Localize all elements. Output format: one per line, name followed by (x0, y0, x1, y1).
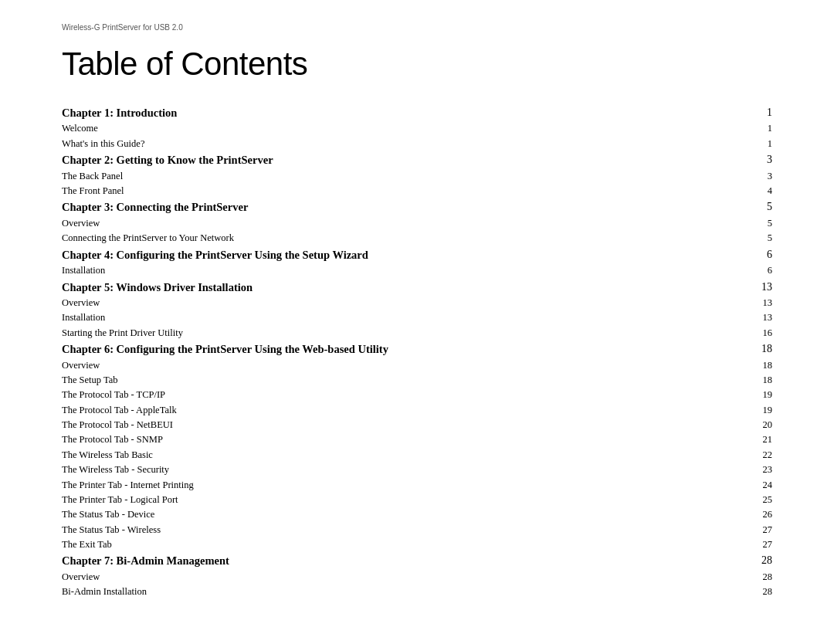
chapter-page-num: 3 (734, 151, 772, 168)
subsection-row: The Exit Tab27 (62, 537, 772, 552)
subsection-label: The Wireless Tab Basic (62, 448, 734, 463)
subsection-label: Overview (62, 216, 734, 231)
subsection-label: Overview (62, 358, 734, 373)
subsection-label: The Exit Tab (62, 537, 734, 552)
subsection-page-num: 1 (734, 121, 772, 136)
chapter-label: Chapter 7: Bi-Admin Management (62, 552, 734, 569)
toc-table: Chapter 1: Introduction1Welcome1What's i… (62, 104, 772, 600)
chapter-row: Chapter 7: Bi-Admin Management28 (62, 552, 772, 569)
chapter-row: Chapter 5: Windows Driver Installation13 (62, 279, 772, 296)
subsection-row: The Front Panel4 (62, 184, 772, 198)
page-title: Table of Contents (62, 46, 772, 83)
subsection-row: Bi-Admin Installation28 (62, 585, 772, 599)
subsection-row: What's in this Guide?1 (62, 137, 772, 151)
subsection-label: The Protocol Tab - AppleTalk (62, 403, 734, 418)
chapter-row: Chapter 2: Getting to Know the PrintServ… (62, 151, 772, 168)
subsection-label: Overview (62, 296, 734, 310)
subsection-page-num: 1 (734, 137, 772, 151)
subsection-row: Overview5 (62, 216, 772, 231)
subsection-label: The Wireless Tab - Security (62, 463, 734, 477)
subsection-row: Welcome1 (62, 121, 772, 136)
subsection-page-num: 22 (734, 448, 772, 463)
subsection-label: Starting the Print Driver Utility (62, 326, 734, 341)
chapter-page-num: 18 (734, 341, 772, 358)
subsection-label: What's in this Guide? (62, 137, 734, 151)
subsection-label: Overview (62, 570, 734, 585)
chapter-page-num: 28 (734, 552, 772, 569)
page: Wireless-G PrintServer for USB 2.0 Table… (0, 0, 834, 644)
subsection-label: The Protocol Tab - SNMP (62, 432, 734, 447)
subsection-label: Connecting the PrintServer to Your Netwo… (62, 231, 734, 246)
subsection-page-num: 5 (734, 216, 772, 231)
subsection-page-num: 28 (734, 585, 772, 599)
subsection-page-num: 27 (734, 537, 772, 552)
subsection-page-num: 20 (734, 418, 772, 432)
subsection-page-num: 4 (734, 184, 772, 198)
subsection-row: The Wireless Tab Basic22 (62, 448, 772, 463)
subsection-page-num: 5 (734, 231, 772, 246)
subsection-row: The Printer Tab - Internet Printing24 (62, 478, 772, 493)
subsection-row: The Status Tab - Wireless27 (62, 523, 772, 537)
subsection-row: Overview18 (62, 358, 772, 373)
chapter-page-num: 13 (734, 279, 772, 296)
subsection-page-num: 13 (734, 310, 772, 325)
subsection-row: The Setup Tab18 (62, 373, 772, 388)
subsection-row: The Printer Tab - Logical Port25 (62, 493, 772, 507)
subsection-label: The Status Tab - Wireless (62, 523, 734, 537)
subsection-page-num: 25 (734, 493, 772, 507)
subsection-page-num: 21 (734, 432, 772, 447)
header-label: Wireless-G PrintServer for USB 2.0 (62, 23, 772, 32)
subsection-page-num: 28 (734, 570, 772, 585)
subsection-label: The Status Tab - Device (62, 507, 734, 522)
subsection-page-num: 26 (734, 507, 772, 522)
subsection-page-num: 24 (734, 478, 772, 493)
chapter-label: Chapter 2: Getting to Know the PrintServ… (62, 151, 734, 168)
subsection-label: The Protocol Tab - NetBEUI (62, 418, 734, 432)
subsection-row: The Back Panel3 (62, 169, 772, 184)
subsection-page-num: 18 (734, 373, 772, 388)
subsection-label: The Printer Tab - Internet Printing (62, 478, 734, 493)
chapter-page-num: 6 (734, 246, 772, 263)
subsection-page-num: 16 (734, 326, 772, 341)
subsection-row: Installation13 (62, 310, 772, 325)
chapter-label: Chapter 6: Configuring the PrintServer U… (62, 341, 734, 358)
subsection-row: The Protocol Tab - AppleTalk19 (62, 403, 772, 418)
subsection-page-num: 23 (734, 463, 772, 477)
chapter-row: Chapter 4: Configuring the PrintServer U… (62, 246, 772, 263)
chapter-label: Chapter 5: Windows Driver Installation (62, 279, 734, 296)
subsection-page-num: 19 (734, 403, 772, 418)
subsection-row: The Protocol Tab - SNMP21 (62, 432, 772, 447)
chapter-row: Chapter 1: Introduction1 (62, 104, 772, 121)
chapter-label: Chapter 1: Introduction (62, 104, 734, 121)
subsection-row: The Protocol Tab - TCP/IP19 (62, 388, 772, 402)
subsection-label: Welcome (62, 121, 734, 136)
subsection-row: The Status Tab - Device26 (62, 507, 772, 522)
chapter-page-num: 1 (734, 104, 772, 121)
chapter-label: Chapter 3: Connecting the PrintServer (62, 198, 734, 215)
subsection-label: The Protocol Tab - TCP/IP (62, 388, 734, 402)
subsection-label: The Printer Tab - Logical Port (62, 493, 734, 507)
chapter-label: Chapter 4: Configuring the PrintServer U… (62, 246, 734, 263)
subsection-page-num: 18 (734, 358, 772, 373)
subsection-page-num: 3 (734, 169, 772, 184)
subsection-row: Installation6 (62, 263, 772, 278)
subsection-page-num: 19 (734, 388, 772, 402)
subsection-page-num: 6 (734, 263, 772, 278)
subsection-row: The Protocol Tab - NetBEUI20 (62, 418, 772, 432)
subsection-row: Overview28 (62, 570, 772, 585)
subsection-label: The Setup Tab (62, 373, 734, 388)
subsection-label: Installation (62, 263, 734, 278)
subsection-page-num: 13 (734, 296, 772, 310)
subsection-row: Overview13 (62, 296, 772, 310)
subsection-row: Connecting the PrintServer to Your Netwo… (62, 231, 772, 246)
chapter-row: Chapter 6: Configuring the PrintServer U… (62, 341, 772, 358)
subsection-label: The Back Panel (62, 169, 734, 184)
chapter-page-num: 5 (734, 198, 772, 215)
chapter-row: Chapter 3: Connecting the PrintServer5 (62, 198, 772, 215)
subsection-row: The Wireless Tab - Security23 (62, 463, 772, 477)
subsection-label: The Front Panel (62, 184, 734, 198)
subsection-row: Starting the Print Driver Utility16 (62, 326, 772, 341)
subsection-label: Installation (62, 310, 734, 325)
subsection-label: Bi-Admin Installation (62, 585, 734, 599)
subsection-page-num: 27 (734, 523, 772, 537)
